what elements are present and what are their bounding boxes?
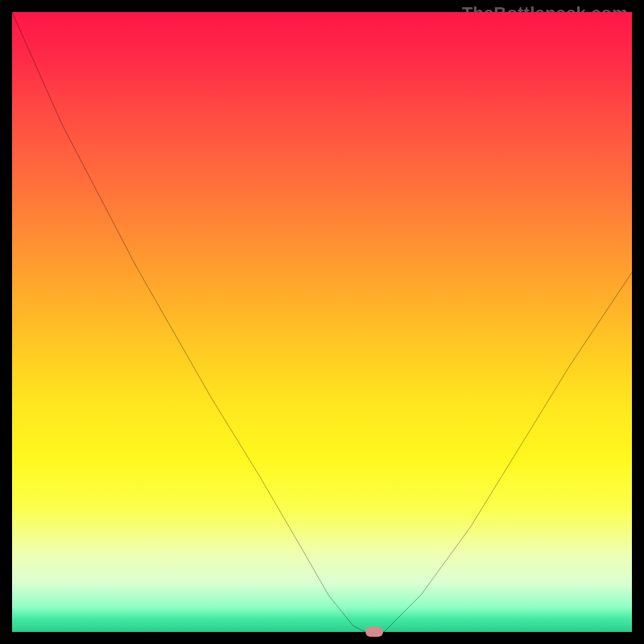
bottleneck-curve xyxy=(12,12,632,632)
bottleneck-marker-icon xyxy=(365,627,383,637)
curve-path xyxy=(12,12,632,632)
chart-frame xyxy=(12,12,632,632)
